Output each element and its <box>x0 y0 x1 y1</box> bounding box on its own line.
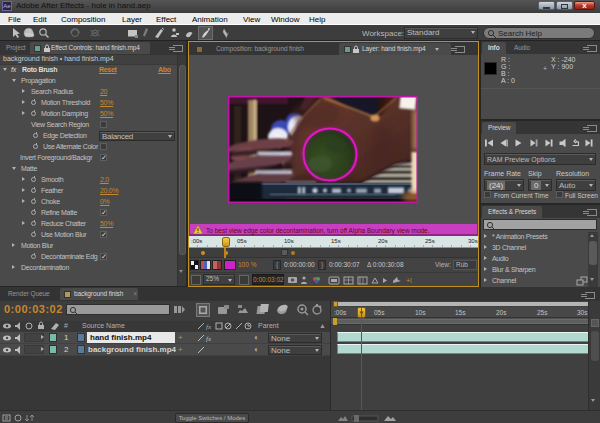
svg-text:+0,0: +0,0 <box>406 277 412 284</box>
svg-text:fx: fx <box>206 335 212 343</box>
svg-text:fx: fx <box>206 323 212 331</box>
svg-text:Workspace:: Workspace: <box>362 29 404 38</box>
